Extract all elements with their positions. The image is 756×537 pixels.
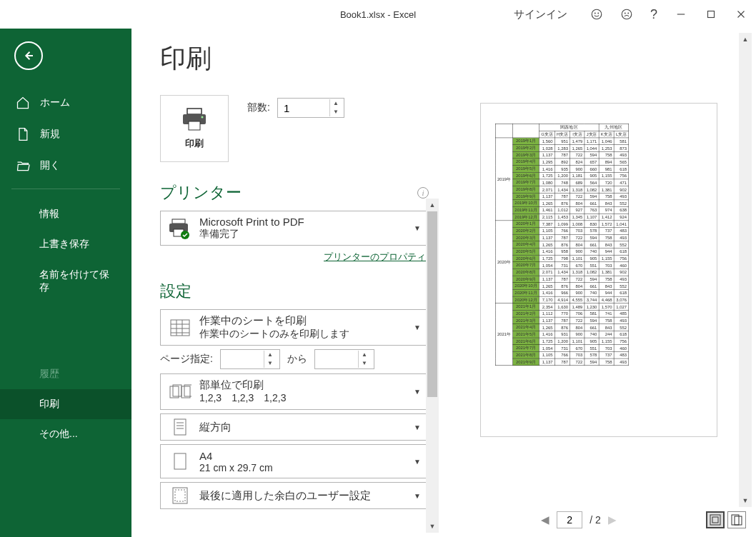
page-to-spinner[interactable]: ▲▼ xyxy=(314,349,374,369)
margins-icon xyxy=(168,486,192,506)
svg-rect-34 xyxy=(175,490,185,501)
printer-icon xyxy=(180,107,209,131)
home-icon xyxy=(16,96,30,110)
sheet-icon xyxy=(168,316,192,340)
folder-open-icon xyxy=(16,159,30,173)
print-what-dropdown[interactable]: 作業中のシートを印刷 作業中のシートのみを印刷します ▼ xyxy=(160,309,429,346)
page-title: 印刷 xyxy=(160,41,429,76)
svg-point-1 xyxy=(595,13,595,14)
nav-info[interactable]: 情報 xyxy=(0,199,131,229)
chevron-down-icon: ▼ xyxy=(414,458,421,466)
scrollbar-thumb[interactable] xyxy=(427,211,437,397)
nav-new[interactable]: 新規 xyxy=(0,119,131,150)
chevron-down-icon: ▼ xyxy=(414,224,421,232)
paper-size-dropdown[interactable]: A4 21 cm x 29.7 cm ▼ xyxy=(160,444,429,478)
svg-point-4 xyxy=(625,13,625,14)
chevron-down-icon: ▼ xyxy=(414,423,421,431)
current-page-input[interactable] xyxy=(557,511,582,528)
scroll-down-icon[interactable]: ▼ xyxy=(739,494,752,507)
svg-rect-38 xyxy=(735,516,742,525)
chevron-down-icon: ▼ xyxy=(414,388,421,396)
svg-rect-28 xyxy=(174,419,186,435)
nav-open[interactable]: 開く xyxy=(0,150,131,181)
svg-rect-14 xyxy=(172,219,185,224)
page-from-input[interactable] xyxy=(221,353,264,365)
nav-saveas[interactable]: 名前を付けて保存 xyxy=(0,259,131,302)
minimize-button[interactable] xyxy=(666,0,696,29)
svg-rect-35 xyxy=(710,515,720,525)
settings-section-title: 設定 xyxy=(160,281,192,302)
help-icon[interactable]: ? xyxy=(642,0,666,29)
printer-status-icon xyxy=(168,216,192,241)
page-to-input[interactable] xyxy=(315,353,358,365)
svg-rect-12 xyxy=(189,121,200,130)
orientation-dropdown[interactable]: 縦方向 ▼ xyxy=(160,413,429,441)
back-button[interactable] xyxy=(14,41,43,70)
svg-point-5 xyxy=(628,13,629,14)
margins-dropdown[interactable]: 最後に適用した余白のユーザー設定 ▼ xyxy=(160,482,429,509)
scroll-down-icon[interactable]: ▼ xyxy=(426,520,439,533)
copies-label: 部数: xyxy=(247,101,270,114)
spinner-up-icon[interactable]: ▲ xyxy=(330,99,342,108)
chevron-down-icon: ▼ xyxy=(414,323,421,331)
svg-point-2 xyxy=(598,13,599,14)
smile-feedback-icon[interactable] xyxy=(582,0,612,29)
maximize-button[interactable] xyxy=(696,0,726,29)
nav-other[interactable]: その他... xyxy=(0,419,131,449)
page-range-label: ページ指定: xyxy=(160,353,213,366)
page-total: / 2 xyxy=(590,514,601,526)
printer-section-title: プリンター xyxy=(160,182,242,204)
preview-table: 関西地区九州地区G支店H支店I支店J支店K支店L支店2019年2019年1月1,… xyxy=(495,124,629,366)
portrait-icon xyxy=(168,417,192,437)
svg-point-13 xyxy=(202,116,204,119)
printer-properties-link[interactable]: プリンターのプロパティ xyxy=(324,251,426,262)
window-title: Book1.xlsx - Excel xyxy=(340,9,416,20)
svg-rect-7 xyxy=(708,11,715,18)
zoom-to-page-button[interactable] xyxy=(727,511,746,528)
page-from-spinner[interactable]: ▲▼ xyxy=(220,349,280,369)
collate-icon xyxy=(168,380,192,404)
collate-dropdown[interactable]: 部単位で印刷 1,2,3 1,2,3 1,2,3 ▼ xyxy=(160,373,429,410)
copies-spinner[interactable]: ▲▼ xyxy=(277,98,344,118)
svg-rect-18 xyxy=(171,320,189,336)
nav-history: 履歴 xyxy=(0,359,131,389)
print-settings-pane: 印刷 印刷 部数: ▲▼ プリンター i xyxy=(131,29,439,537)
nav-divider xyxy=(11,189,120,189)
svg-point-0 xyxy=(592,9,602,19)
file-icon xyxy=(16,127,30,141)
scroll-up-icon[interactable]: ▲ xyxy=(426,199,439,211)
nav-print[interactable]: 印刷 xyxy=(0,389,131,419)
nav-home[interactable]: ホーム xyxy=(0,87,131,119)
chevron-down-icon: ▼ xyxy=(414,492,421,500)
close-button[interactable] xyxy=(726,0,756,29)
scroll-up-icon[interactable]: ▲ xyxy=(739,33,752,46)
svg-point-3 xyxy=(622,9,632,19)
svg-rect-10 xyxy=(187,109,202,114)
nav-save[interactable]: 上書き保存 xyxy=(0,229,131,259)
show-margins-button[interactable] xyxy=(706,511,725,528)
backstage-sidebar: ホーム 新規 開く 情報 上書き保存 名前を付けて保存 履歴 印刷 その他... xyxy=(0,29,131,537)
titlebar: Book1.xlsx - Excel サインイン ? xyxy=(0,0,756,29)
sign-in-link[interactable]: サインイン xyxy=(505,0,576,29)
svg-rect-36 xyxy=(712,517,718,523)
preview-sheet: 関西地区九州地区G支店H支店I支店J支店K支店L支店2019年2019年1月1,… xyxy=(481,104,717,436)
printer-dropdown[interactable]: Microsoft Print to PDF 準備完了 ▼ xyxy=(160,211,429,246)
preview-pane: 関西地区九州地区G支店H支店I支店J支店K支店L支店2019年2019年1月1,… xyxy=(439,29,756,537)
next-page-button[interactable]: ▶ xyxy=(608,513,617,526)
copies-input[interactable] xyxy=(278,102,329,114)
preview-scrollbar[interactable]: ▲ ▼ xyxy=(739,33,752,507)
settings-scrollbar[interactable]: ▲ ▼ xyxy=(426,199,439,533)
info-icon[interactable]: i xyxy=(417,187,429,199)
print-button[interactable]: 印刷 xyxy=(160,95,229,162)
page-size-icon xyxy=(168,449,192,473)
svg-rect-32 xyxy=(174,453,186,469)
spinner-down-icon[interactable]: ▼ xyxy=(330,108,342,116)
frown-feedback-icon[interactable] xyxy=(612,0,642,29)
prev-page-button[interactable]: ◀ xyxy=(541,513,549,526)
